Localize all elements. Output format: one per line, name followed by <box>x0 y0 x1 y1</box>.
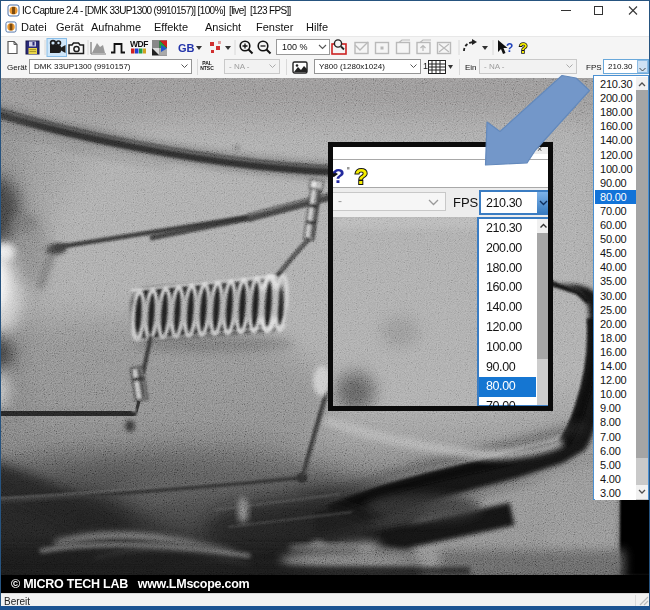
svg-text:WDF: WDF <box>130 39 148 49</box>
svg-text:?: ? <box>519 40 528 56</box>
svg-text:?: ? <box>506 41 513 55</box>
svg-text:GB: GB <box>178 42 195 54</box>
svg-text:?: ? <box>355 164 368 188</box>
svg-text:100 %: 100 % <box>282 42 308 52</box>
svg-text:?: ? <box>333 164 345 187</box>
